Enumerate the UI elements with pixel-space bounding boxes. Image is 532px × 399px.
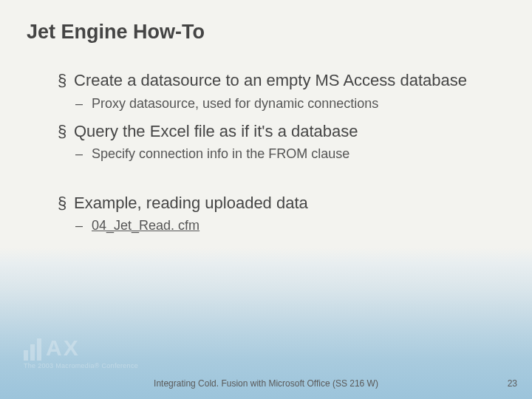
bullet-link[interactable]: 04_Jet_Read. cfm	[75, 217, 505, 234]
footer-text: Integrating Cold. Fusion with Microsoft …	[0, 378, 532, 389]
slide-content: Create a datasource to an empty MS Acces…	[27, 70, 505, 235]
bullet-level-1: Query the Excel file as if it's a databa…	[58, 121, 505, 142]
bullet-level-2: Proxy datasource, used for dynamic conne…	[75, 95, 505, 112]
bullet-level-2: Specify connection info in the FROM clau…	[75, 146, 505, 163]
logo: AX The 2003 Macromedia® Conference	[24, 335, 138, 369]
logo-max: AX	[24, 335, 138, 361]
logo-subtitle: The 2003 Macromedia® Conference	[24, 362, 138, 369]
logo-text: AX	[46, 335, 80, 361]
bullet-level-1: Create a datasource to an empty MS Acces…	[58, 70, 505, 91]
page-number: 23	[508, 378, 517, 389]
spacer	[58, 172, 505, 193]
slide-title: Jet Engine How-To	[27, 21, 505, 44]
bullet-level-1: Example, reading uploaded data	[58, 193, 505, 214]
slide: Jet Engine How-To Create a datasource to…	[0, 0, 532, 399]
logo-m-icon	[24, 338, 41, 361]
